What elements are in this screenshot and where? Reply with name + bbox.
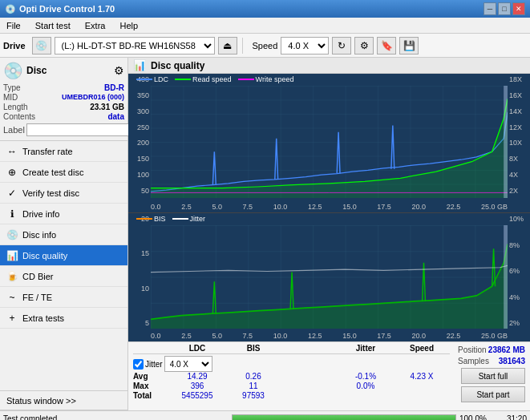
position-value: 23862 MB <box>488 345 525 354</box>
toolbar: Drive 💿 (L:) HL-DT-ST BD-RE WH16NS58 TST… <box>0 34 530 58</box>
disc-contents-label: Contents <box>3 112 35 121</box>
eject-button[interactable]: ⏏ <box>218 37 237 55</box>
disc-info-panel: 💿 Disc ⚙ Type BD-R MID UMEBDR016 (000) L… <box>0 58 127 141</box>
legend-write-speed: Write speed <box>238 75 294 83</box>
upper-chart-y-axis-right: 18X 16X 14X 12X 10X 8X 4X 2X <box>508 74 530 196</box>
sidebar-item-disc-info[interactable]: 💿 Disc info <box>0 224 127 245</box>
sidebar-bottom: Status window >> <box>0 390 127 410</box>
stats-max-jitter: 0.0% <box>338 382 394 390</box>
upper-chart-x-axis: 0.0 2.5 5.0 7.5 10.0 12.5 15.0 17.5 20.0… <box>151 203 508 211</box>
refresh-button[interactable]: ↻ <box>332 37 351 55</box>
drive-info-icon: ℹ <box>6 208 18 220</box>
chart-title: Disc quality <box>151 60 204 71</box>
disc-settings-icon: ⚙ <box>114 64 124 77</box>
sidebar-item-extra-tests[interactable]: + Extra tests <box>0 308 127 329</box>
sidebar-item-label-extra-tests: Extra tests <box>22 313 64 323</box>
time-label: 31:20 <box>495 414 527 420</box>
lower-chart-y-axis-left: 20 15 10 5 <box>128 213 151 329</box>
sidebar-item-transfer-rate[interactable]: ↔ Transfer rate <box>0 141 127 162</box>
stats-avg-label: Avg <box>133 372 169 381</box>
status-window-button[interactable]: Status window >> <box>0 391 127 410</box>
bookmark-button[interactable]: 🔖 <box>377 37 396 55</box>
upper-chart: LDC Read speed Write speed 400 350 30 <box>128 74 530 213</box>
end-zone <box>504 86 508 198</box>
stats-row-max: Max 396 11 0.0% <box>133 382 450 390</box>
menu-help[interactable]: Help <box>116 19 141 32</box>
main-layout: 💿 Disc ⚙ Type BD-R MID UMEBDR016 (000) L… <box>0 58 530 410</box>
sidebar-item-disc-quality[interactable]: 📊 Disc quality <box>0 245 127 266</box>
legend-read-speed-color <box>175 79 191 80</box>
status-window-label: Status window >> <box>6 396 76 406</box>
sidebar-item-drive-info[interactable]: ℹ Drive info <box>0 204 127 224</box>
sidebar-item-label-transfer-rate: Transfer rate <box>22 147 73 156</box>
legend-write-speed-label: Write speed <box>256 75 294 83</box>
drive-label: Drive <box>3 41 26 50</box>
disc-mid-row: MID UMEBDR016 (000) <box>3 93 124 102</box>
stats-avg-speed: 4.23 X <box>394 372 450 381</box>
disc-panel-title: Disc <box>26 65 47 76</box>
stats-avg-bis: 0.26 <box>225 372 281 381</box>
drive-icon-btn[interactable]: 💿 <box>32 37 51 55</box>
start-part-button[interactable]: Start part <box>461 386 525 402</box>
legend-read-speed: Read speed <box>175 75 232 83</box>
save-button[interactable]: 💾 <box>399 37 419 55</box>
status-text: Test completed <box>3 414 229 420</box>
legend-jitter-color <box>172 218 188 220</box>
sidebar-item-label-disc-quality: Disc quality <box>22 251 67 260</box>
stats-avg-ldc: 14.29 <box>169 372 225 381</box>
legend-jitter: Jitter <box>172 215 206 223</box>
disc-label-input[interactable] <box>26 123 133 136</box>
drive-select[interactable]: (L:) HL-DT-ST BD-RE WH16NS58 TST4 <box>55 37 215 55</box>
menu-extra[interactable]: Extra <box>82 19 109 32</box>
stats-max-label: Max <box>133 382 169 390</box>
upper-chart-y-axis-left: 400 350 300 250 200 150 100 50 <box>128 74 151 196</box>
sidebar-item-fe-te[interactable]: ~ FE / TE <box>0 287 127 308</box>
create-test-disc-icon: ⊕ <box>6 167 18 178</box>
lower-chart-x-axis: 0.0 2.5 5.0 7.5 10.0 12.5 15.0 17.5 20.0… <box>151 332 508 340</box>
disc-label-row: Label ✎ <box>3 123 124 137</box>
disc-quality-icon: 📊 <box>6 250 18 261</box>
disc-panel-icon: 💿 <box>3 61 23 80</box>
disc-info-icon: 💿 <box>6 229 18 240</box>
menu-start-test[interactable]: Start test <box>32 19 74 32</box>
maximize-button[interactable]: □ <box>498 2 511 15</box>
progress-container <box>232 414 456 421</box>
sidebar-item-cd-bier[interactable]: 🍺 CD Bier <box>0 266 127 287</box>
disc-mid-label: MID <box>3 93 18 102</box>
verify-test-disc-icon: ✓ <box>6 188 18 199</box>
lower-chart-y-axis-right: 10% 8% 6% 4% 2% <box>508 213 530 329</box>
extra-tests-icon: + <box>6 313 18 324</box>
disc-length-value: 23.31 GB <box>90 103 124 111</box>
stats-speed-dropdown[interactable]: 4.0 X <box>164 356 212 372</box>
progress-label: 100.0% <box>459 414 492 420</box>
menu-bar: File Start test Extra Help <box>0 18 530 34</box>
settings-button[interactable]: ⚙ <box>354 37 374 55</box>
minimize-button[interactable]: ─ <box>483 2 496 15</box>
legend-jitter-label: Jitter <box>190 215 206 223</box>
sidebar-item-verify-test-disc[interactable]: ✓ Verify test disc <box>0 183 127 204</box>
stats-max-speed <box>394 382 450 390</box>
sidebar-item-label-drive-info: Drive info <box>22 209 59 219</box>
position-row: Position 23862 MB <box>458 345 525 354</box>
position-label: Position <box>458 345 487 354</box>
start-full-button[interactable]: Start full <box>461 368 525 384</box>
stats-col-header-empty2 <box>281 344 338 353</box>
stats-total-speed <box>394 391 450 400</box>
disc-label-label: Label <box>3 125 25 135</box>
sidebar-item-label-cd-bier: CD Bier <box>22 272 54 281</box>
menu-file[interactable]: File <box>3 19 24 32</box>
sidebar-item-create-test-disc[interactable]: ⊕ Create test disc <box>0 162 127 183</box>
close-button[interactable]: ✕ <box>512 2 525 15</box>
speed-select[interactable]: 4.0 X <box>281 37 329 55</box>
legend-ldc-label: LDC <box>154 75 168 83</box>
stats-avg-jitter: -0.1% <box>338 372 394 381</box>
stats-table: LDC BIS Jitter Speed Jitter 4.0 X Avg 14… <box>133 344 450 409</box>
stats-avg-empty <box>281 372 338 381</box>
jitter-checkbox[interactable] <box>133 359 144 370</box>
stats-col-header-ldc: LDC <box>169 344 225 353</box>
samples-value: 381643 <box>499 357 525 365</box>
disc-length-label: Length <box>3 103 28 111</box>
stats-total-bis: 97593 <box>225 391 281 400</box>
title-bar: 💿 Opti Drive Control 1.70 ─ □ ✕ <box>0 0 530 18</box>
speed-label: Speed <box>253 41 278 50</box>
